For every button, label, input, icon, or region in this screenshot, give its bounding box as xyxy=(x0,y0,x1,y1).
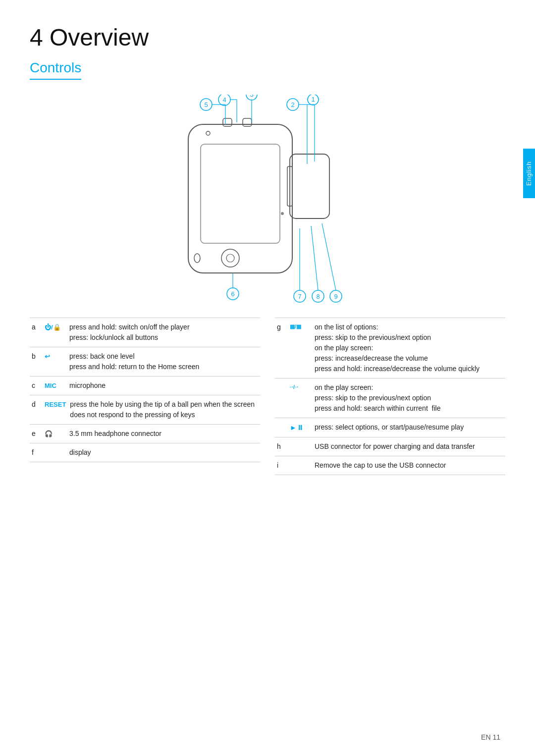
control-row-i: i Remove the cap to use the USB connecto… xyxy=(275,456,505,475)
svg-text:7: 7 xyxy=(298,293,301,300)
controls-right-col: g ▦/▦ on the list of options:press: skip… xyxy=(275,318,505,475)
ctrl-icon-f xyxy=(45,447,65,448)
ctrl-icon-h xyxy=(290,441,311,442)
ctrl-desc-d: press the hole by using the tip of a bal… xyxy=(70,399,258,420)
ctrl-letter-d: d xyxy=(32,399,41,410)
control-row-b: b ↩ press: back one levelpress and hold:… xyxy=(30,347,260,376)
ctrl-desc-g: on the list of options:press: skip to th… xyxy=(315,322,503,374)
control-row-g: g ▦/▦ on the list of options:press: skip… xyxy=(275,318,505,378)
ctrl-letter-i: i xyxy=(277,460,286,471)
section-title: Controls xyxy=(30,60,81,80)
svg-rect-4 xyxy=(290,154,329,218)
sidebar-label: English xyxy=(526,161,533,186)
ctrl-desc-h: USB connector for power charging and dat… xyxy=(315,441,503,452)
ctrl-letter-g: g xyxy=(277,322,286,332)
svg-text:2: 2 xyxy=(291,101,294,108)
svg-text:4: 4 xyxy=(222,96,226,104)
svg-point-8 xyxy=(281,212,284,215)
control-row-d: d RESET press the hole by using the tip … xyxy=(30,395,260,424)
ctrl-desc-g3: press: select options, or start/pause/re… xyxy=(315,422,503,432)
ctrl-icon-d: RESET xyxy=(45,399,66,410)
svg-line-39 xyxy=(322,223,336,290)
ctrl-desc-c: microphone xyxy=(69,380,258,391)
svg-text:8: 8 xyxy=(316,293,320,300)
svg-rect-2 xyxy=(223,118,232,126)
control-row-f: f display xyxy=(30,443,260,462)
ctrl-desc-b: press: back one levelpress and hold: ret… xyxy=(69,351,258,372)
page-number: EN 11 xyxy=(481,733,500,741)
svg-point-7 xyxy=(206,131,210,135)
svg-point-6 xyxy=(194,254,200,263)
ctrl-letter-h: h xyxy=(277,441,286,452)
svg-rect-3 xyxy=(243,118,252,126)
svg-rect-0 xyxy=(188,124,292,273)
ctrl-icon-b: ↩ xyxy=(45,351,65,362)
controls-table: a ⏻/🔒 press and hold: switch on/off the … xyxy=(30,318,505,475)
svg-text:6: 6 xyxy=(231,290,234,298)
ctrl-desc-a: press and hold: switch on/off the player… xyxy=(69,322,258,343)
chapter-title: 4 Overview xyxy=(30,24,505,51)
device-diagram: 5 4 3 2 1 6 xyxy=(30,95,505,303)
ctrl-letter-e: e xyxy=(32,429,41,439)
ctrl-icon-a: ⏻/🔒 xyxy=(45,322,65,332)
svg-text:5: 5 xyxy=(204,101,208,108)
ctrl-icon-i xyxy=(290,460,311,461)
ctrl-desc-f: display xyxy=(69,447,258,458)
ctrl-icon-e: 🎧 xyxy=(45,429,65,439)
ctrl-letter-a: a xyxy=(32,322,41,332)
control-row-h: h USB connector for power charging and d… xyxy=(275,437,505,456)
svg-line-36 xyxy=(311,226,318,290)
ctrl-icon-g2: ◦·/◦· xyxy=(290,382,311,391)
control-row-c: c MIC microphone xyxy=(30,376,260,395)
diagram-svg: 5 4 3 2 1 6 xyxy=(124,95,411,303)
svg-point-9 xyxy=(221,249,239,267)
svg-text:1: 1 xyxy=(311,96,315,103)
page-container: 4 Overview Controls xyxy=(0,0,535,505)
control-row-a: a ⏻/🔒 press and hold: switch on/off the … xyxy=(30,318,260,347)
ctrl-desc-g2: on the play screen:press: skip to the pr… xyxy=(315,382,503,414)
ctrl-letter-c: c xyxy=(32,380,41,391)
controls-left-col: a ⏻/🔒 press and hold: switch on/off the … xyxy=(30,318,260,475)
control-row-e: e 🎧 3.5 mm headphone connector xyxy=(30,424,260,443)
ctrl-icon-c: MIC xyxy=(45,380,65,391)
control-row-g3: ►⏸ press: select options, or start/pause… xyxy=(275,418,505,437)
ctrl-desc-i: Remove the cap to use the USB connector xyxy=(315,460,503,471)
sidebar-language-tab: English xyxy=(523,149,535,198)
svg-text:3: 3 xyxy=(250,95,253,98)
svg-rect-1 xyxy=(201,144,280,243)
ctrl-letter-f: f xyxy=(32,447,41,458)
svg-point-10 xyxy=(226,254,234,262)
ctrl-icon-g3: ►⏸ xyxy=(290,422,311,433)
control-row-g2: ◦·/◦· on the play screen:press: skip to … xyxy=(275,378,505,418)
ctrl-desc-e: 3.5 mm headphone connector xyxy=(69,429,258,439)
ctrl-icon-g: ▦/▦ xyxy=(290,322,311,331)
ctrl-letter-b: b xyxy=(32,351,41,362)
svg-text:9: 9 xyxy=(334,293,337,300)
